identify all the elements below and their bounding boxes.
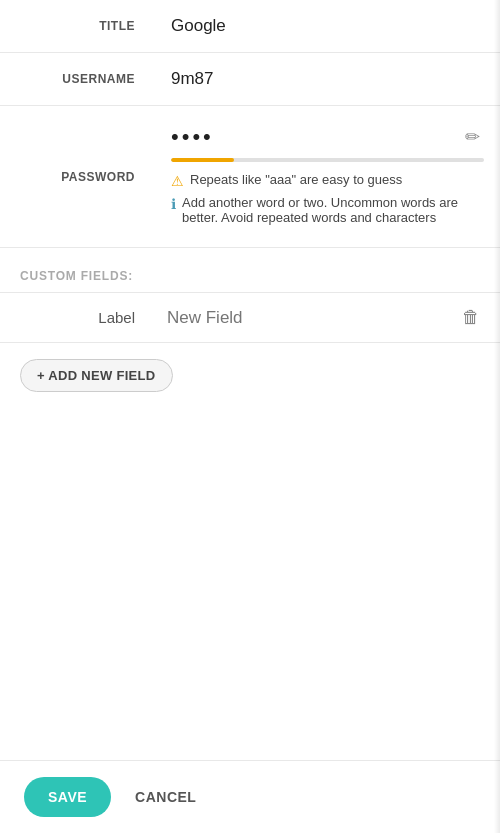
form-body: TITLE Google USERNAME 9m87 PASSWORD ••••… [0, 0, 500, 760]
password-top-row: •••• ✏ [171, 122, 484, 152]
title-row: TITLE Google [0, 0, 500, 53]
password-info-text: Add another word or two. Uncommon words … [182, 195, 484, 225]
custom-field-input-col: 🗑 [155, 293, 500, 342]
add-field-label: + ADD NEW FIELD [37, 368, 156, 383]
title-label: TITLE [0, 0, 155, 52]
edit-icon[interactable]: ✏ [461, 122, 484, 152]
custom-field-row: Label 🗑 [0, 293, 500, 343]
password-row: PASSWORD •••• ✏ ⚠ Repeats like "aaa" are… [0, 106, 500, 248]
username-label: USERNAME [0, 53, 155, 105]
password-label: PASSWORD [0, 106, 155, 247]
custom-fields-section: CUSTOM FIELDS: [0, 248, 500, 293]
password-dots[interactable]: •••• [171, 124, 214, 150]
footer: SAVE CANCEL [0, 760, 500, 833]
username-value[interactable]: 9m87 [155, 53, 500, 105]
add-new-field-button[interactable]: + ADD NEW FIELD [20, 359, 173, 392]
title-value[interactable]: Google [155, 0, 500, 52]
password-warning-text: Repeats like "aaa" are easy to guess [190, 172, 402, 187]
delete-icon[interactable]: 🗑 [454, 303, 488, 332]
cancel-button[interactable]: CANCEL [127, 777, 204, 817]
password-cell: •••• ✏ ⚠ Repeats like "aaa" are easy to … [155, 106, 500, 247]
password-warning-line: ⚠ Repeats like "aaa" are easy to guess [171, 172, 484, 189]
warning-icon: ⚠ [171, 173, 184, 189]
edit-credential-modal: TITLE Google USERNAME 9m87 PASSWORD ••••… [0, 0, 500, 833]
save-button[interactable]: SAVE [24, 777, 111, 817]
custom-field-label-col: Label [0, 293, 155, 342]
right-edge-shadow [494, 0, 500, 833]
password-info-line: ℹ Add another word or two. Uncommon word… [171, 195, 484, 225]
info-icon: ℹ [171, 196, 176, 212]
password-strength-bar [171, 158, 484, 162]
password-strength-fill [171, 158, 234, 162]
custom-field-input[interactable] [167, 308, 454, 328]
custom-fields-label: CUSTOM FIELDS: [20, 269, 133, 283]
username-row: USERNAME 9m87 [0, 53, 500, 106]
